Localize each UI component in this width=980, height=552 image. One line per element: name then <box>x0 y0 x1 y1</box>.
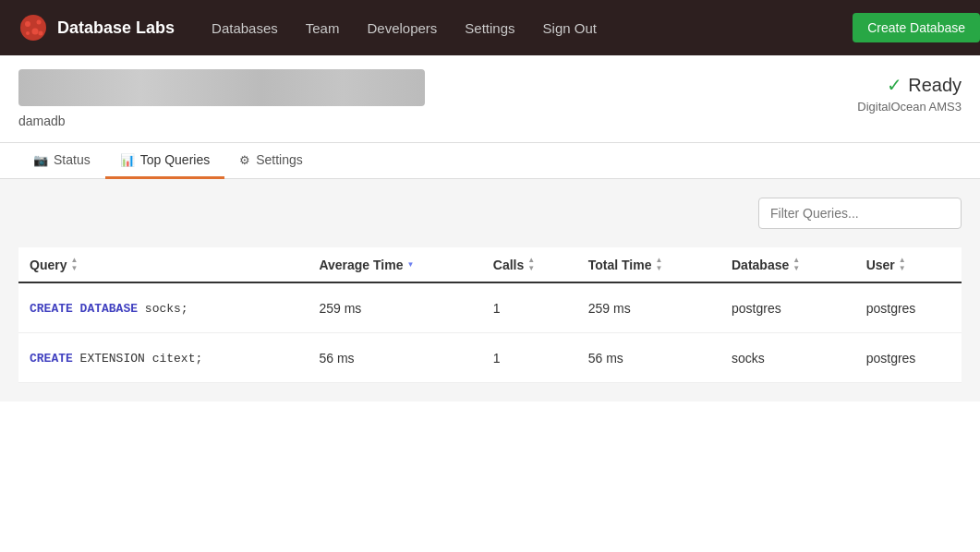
keyword-create: CREATE DATABASE <box>30 302 138 316</box>
db-banner-image <box>18 69 425 106</box>
th-database[interactable]: Database ▲▼ <box>720 247 855 282</box>
keyword-create2: CREATE <box>30 352 73 366</box>
db-status: ✓ Ready DigitalOcean AMS3 <box>857 69 962 114</box>
nav-links: Databases Team Developers Settings Sign … <box>212 20 962 36</box>
database-cell: socks <box>720 333 855 383</box>
table-body: CREATE DATABASE socks; 259 ms 1 259 ms p… <box>18 282 962 383</box>
th-avg-time[interactable]: Average Time ▼ <box>308 247 481 282</box>
tab-status-label: Status <box>54 152 91 167</box>
gear-icon: ⚙ <box>239 153 250 167</box>
table-area: Query ▲▼ Average Time ▼ <box>0 179 980 402</box>
query-rest2: EXTENSION citext; <box>73 352 202 366</box>
filter-queries-input[interactable] <box>758 198 962 229</box>
tab-top-queries[interactable]: 📊 Top Queries <box>105 143 224 179</box>
user-cell: postgres <box>855 333 962 383</box>
db-header: damadb ✓ Ready DigitalOcean AMS3 <box>0 55 980 142</box>
avg-time-cell: 56 ms <box>308 333 481 383</box>
status-ready: ✓ Ready <box>887 74 962 96</box>
nav-team[interactable]: Team <box>306 20 340 36</box>
sort-icon-avg-time: ▼ <box>406 261 414 269</box>
th-total-time[interactable]: Total Time ▲▼ <box>577 247 720 282</box>
th-query[interactable]: Query ▲▼ <box>18 247 308 282</box>
header-row: Query ▲▼ Average Time ▼ <box>18 247 962 282</box>
svg-point-0 <box>20 15 46 41</box>
main-content: damadb ✓ Ready DigitalOcean AMS3 📷 Statu… <box>0 55 980 552</box>
table-header: Query ▲▼ Average Time ▼ <box>18 247 962 282</box>
calls-cell: 1 <box>482 333 577 383</box>
avg-time-cell: 259 ms <box>308 282 481 333</box>
status-text: Ready <box>908 75 962 96</box>
create-database-button[interactable]: Create Database <box>853 13 980 42</box>
chart-icon: 📊 <box>120 153 135 167</box>
db-region: DigitalOcean AMS3 <box>857 100 962 114</box>
th-user[interactable]: User ▲▼ <box>855 247 962 282</box>
sort-icon-total-time: ▲▼ <box>655 257 662 272</box>
query-code: CREATE EXTENSION citext; <box>30 352 202 366</box>
svg-point-3 <box>32 29 39 35</box>
sort-icon-database: ▲▼ <box>792 257 800 272</box>
queries-table: Query ▲▼ Average Time ▼ <box>18 247 962 383</box>
camera-icon: 📷 <box>33 153 48 167</box>
query-rest: socks; <box>138 302 188 316</box>
svg-point-4 <box>26 31 30 35</box>
svg-point-5 <box>39 31 43 36</box>
th-calls[interactable]: Calls ▲▼ <box>482 247 577 282</box>
nav-settings[interactable]: Settings <box>465 20 514 36</box>
navbar: Database Labs Databases Team Developers … <box>0 0 980 55</box>
svg-point-2 <box>37 20 42 25</box>
svg-point-1 <box>25 21 30 27</box>
tabs: 📷 Status 📊 Top Queries ⚙ Settings <box>0 143 980 179</box>
total-time-cell: 259 ms <box>577 282 720 333</box>
filter-row <box>18 198 962 229</box>
nav-databases[interactable]: Databases <box>212 20 278 36</box>
table-row: CREATE EXTENSION citext; 56 ms 1 56 ms s… <box>18 333 962 383</box>
total-time-cell: 56 ms <box>577 333 720 383</box>
db-header-left: damadb <box>18 69 425 128</box>
query-cell: CREATE EXTENSION citext; <box>18 333 308 383</box>
check-icon: ✓ <box>887 74 902 96</box>
query-cell: CREATE DATABASE socks; <box>18 282 308 333</box>
nav-developers[interactable]: Developers <box>367 20 437 36</box>
brand: Database Labs <box>18 13 175 42</box>
sort-icon-user: ▲▼ <box>899 257 906 272</box>
nav-signout[interactable]: Sign Out <box>543 20 597 36</box>
table-row: CREATE DATABASE socks; 259 ms 1 259 ms p… <box>18 282 962 333</box>
tab-settings[interactable]: ⚙ Settings <box>224 143 318 179</box>
tab-status[interactable]: 📷 Status <box>18 143 105 179</box>
query-code: CREATE DATABASE socks; <box>30 302 188 316</box>
tab-top-queries-label: Top Queries <box>140 152 210 167</box>
db-name: damadb <box>18 114 425 128</box>
brand-name: Database Labs <box>57 18 175 38</box>
sort-icon-calls: ▲▼ <box>527 257 535 272</box>
database-cell: postgres <box>720 282 855 333</box>
calls-cell: 1 <box>482 282 577 333</box>
user-cell: postgres <box>855 282 962 333</box>
tab-settings-label: Settings <box>256 152 303 167</box>
brand-icon <box>18 13 48 42</box>
sort-icon-query: ▲▼ <box>70 257 78 272</box>
